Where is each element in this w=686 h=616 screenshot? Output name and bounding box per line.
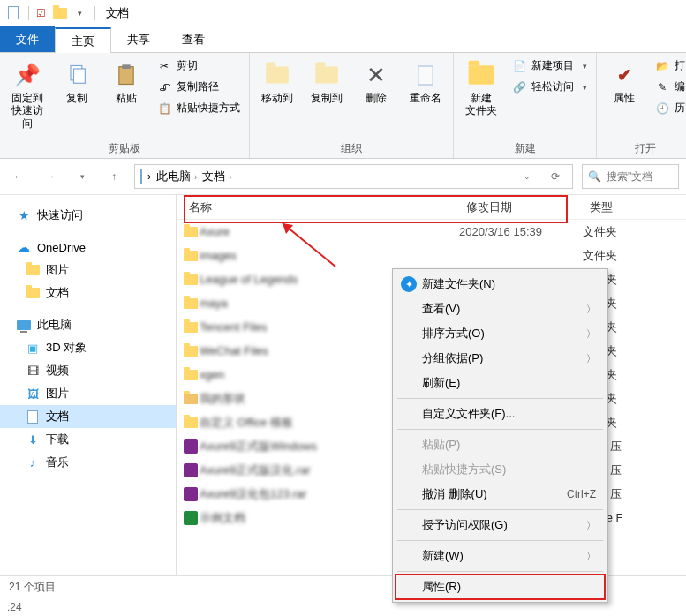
music-icon: ♪: [25, 454, 41, 470]
cm-new-folder[interactable]: ✦ 新建文件夹(N): [396, 272, 605, 297]
back-button[interactable]: ←: [7, 165, 30, 188]
file-type-icon: [177, 463, 200, 477]
sidebar-downloads[interactable]: ⬇下载: [0, 428, 176, 451]
quick-access-checkbox-icon[interactable]: ☑: [33, 5, 49, 21]
delete-button[interactable]: ✕ 删除: [354, 56, 398, 108]
easy-access-button[interactable]: 🔗轻松访问▾: [509, 78, 591, 96]
cm-refresh[interactable]: 刷新(E): [396, 371, 605, 395]
file-type-icon: [177, 487, 200, 501]
group-label-clipboard: 剪贴板: [5, 139, 244, 156]
download-icon: ⬇: [25, 432, 41, 447]
up-button[interactable]: ↑: [102, 165, 125, 188]
cm-group-by[interactable]: 分组依据(P)〉: [396, 346, 605, 371]
file-name: images: [200, 249, 459, 262]
group-label-new: 新建: [459, 139, 591, 156]
cm-paste-shortcut: 粘贴快捷方式(S): [396, 457, 605, 482]
pin-quick-access-button[interactable]: 📌 固定到 快速访问: [5, 56, 49, 133]
sidebar-3d-objects[interactable]: ▣3D 对象: [0, 336, 176, 359]
edit-button[interactable]: ✎编: [652, 78, 686, 96]
properties-button[interactable]: ✔ 属性: [602, 56, 646, 108]
cube-icon: ▣: [25, 340, 41, 356]
quick-access-dropdown-icon[interactable]: ▾: [72, 5, 87, 21]
search-icon: 🔍: [588, 170, 601, 183]
image-icon: 🖼: [25, 386, 41, 402]
cm-sort-by[interactable]: 排序方式(O)〉: [396, 321, 605, 346]
svg-rect-1: [74, 69, 86, 83]
shortcut-icon: 📋: [157, 101, 171, 116]
column-name[interactable]: 名称: [177, 199, 459, 215]
group-label-organize: 组织: [255, 139, 448, 156]
sidebar-onedrive[interactable]: ☁OneDrive: [0, 236, 176, 259]
file-row[interactable]: Axure2020/3/16 15:39文件夹: [177, 220, 686, 244]
history-button[interactable]: 🕘历: [652, 99, 686, 117]
cm-grant-access[interactable]: 授予访问权限(G)〉: [396, 513, 605, 537]
new-item-button[interactable]: 📄新建项目▾: [509, 56, 591, 75]
cm-view[interactable]: 查看(V)〉: [396, 297, 605, 321]
file-type-icon: [177, 370, 200, 380]
file-type-icon: [177, 274, 200, 285]
address-dropdown-icon[interactable]: ⌄: [516, 165, 539, 188]
status-item-count: 21 个项目: [9, 580, 56, 595]
sidebar-videos[interactable]: 🎞视频: [0, 359, 176, 382]
new-folder-button[interactable]: 新建 文件夹: [459, 56, 503, 121]
svg-rect-2: [119, 67, 133, 85]
move-to-button[interactable]: 移动到: [255, 56, 299, 108]
window-title: 文档: [106, 5, 129, 21]
document-icon: [25, 409, 41, 424]
sidebar-pictures[interactable]: 🖼图片: [0, 382, 176, 405]
copyto-icon: [312, 60, 342, 90]
copy-to-button[interactable]: 复制到: [305, 56, 349, 108]
new-item-icon: 📄: [512, 59, 526, 73]
cm-separator: [397, 398, 603, 399]
sidebar-music[interactable]: ♪音乐: [0, 451, 176, 474]
cm-new[interactable]: 新建(W)〉: [396, 544, 605, 568]
column-type[interactable]: 类型: [583, 199, 686, 215]
chevron-right-icon: 〉: [586, 550, 596, 563]
rename-button[interactable]: 重命名: [403, 56, 448, 108]
tab-share[interactable]: 共享: [111, 26, 166, 52]
sidebar-quick-access[interactable]: ★快速访问: [0, 204, 176, 227]
recent-dropdown[interactable]: ▾: [71, 165, 94, 188]
copy-path-button[interactable]: 🖇复制路径: [154, 78, 244, 96]
chevron-right-icon: 〉: [586, 303, 596, 316]
breadcrumb-this-pc[interactable]: 此电脑›: [156, 169, 197, 184]
sidebar-documents[interactable]: 文档: [0, 405, 176, 428]
paste-shortcut-button[interactable]: 📋粘贴快捷方式: [154, 99, 244, 117]
svg-rect-3: [122, 64, 130, 69]
address-bar-row: ← → ▾ ↑ › 此电脑› 文档› ⌄ ⟳ 🔍: [0, 159, 686, 194]
quick-access-folder-icon[interactable]: [52, 5, 68, 21]
file-type-icon: [177, 511, 200, 525]
search-box[interactable]: 🔍: [582, 164, 679, 189]
tab-view[interactable]: 查看: [166, 26, 221, 52]
column-headers: 名称 修改日期 类型: [177, 195, 686, 220]
address-box[interactable]: › 此电脑› 文档› ⌄ ⟳: [134, 164, 573, 189]
sidebar-onedrive-pictures[interactable]: 图片: [0, 259, 176, 282]
cm-undo-delete[interactable]: 撤消 删除(U)Ctrl+Z: [396, 482, 605, 507]
video-icon: 🎞: [25, 363, 41, 379]
chevron-right-icon: 〉: [586, 327, 596, 341]
file-row[interactable]: images文件夹: [177, 244, 686, 267]
open-icon: 📂: [655, 59, 669, 73]
file-type-icon: [177, 298, 200, 309]
cm-customize-folder[interactable]: 自定义文件夹(F)...: [396, 402, 605, 426]
cm-separator: [397, 540, 603, 541]
breadcrumb-documents[interactable]: 文档›: [202, 169, 231, 184]
paste-button[interactable]: 粘贴: [104, 56, 148, 108]
search-input[interactable]: [607, 170, 677, 183]
tab-home[interactable]: 主页: [55, 27, 111, 53]
cut-button[interactable]: ✂剪切: [154, 56, 244, 75]
chevron-right-icon: 〉: [586, 352, 596, 365]
open-button[interactable]: 📂打: [652, 56, 686, 75]
sidebar-this-pc[interactable]: 此电脑: [0, 313, 176, 336]
tab-file[interactable]: 文件: [0, 26, 55, 52]
sidebar-onedrive-documents[interactable]: 文档: [0, 282, 176, 304]
file-type-icon: [177, 417, 200, 428]
file-type-icon: [177, 346, 200, 357]
file-type-icon: [177, 394, 200, 404]
cm-properties[interactable]: 属性(R): [396, 575, 605, 599]
circle-icon: ✦: [401, 276, 417, 292]
refresh-button[interactable]: ⟳: [544, 165, 567, 188]
forward-button[interactable]: →: [39, 165, 62, 188]
column-date[interactable]: 修改日期: [459, 199, 583, 215]
copy-button[interactable]: 复制: [55, 56, 99, 108]
